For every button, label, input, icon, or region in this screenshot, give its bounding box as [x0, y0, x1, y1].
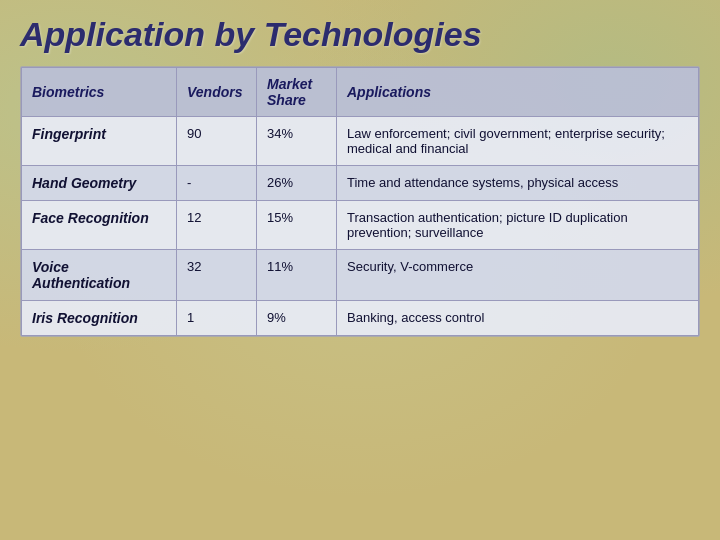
cell-biometrics: Voice Authentication — [22, 250, 177, 301]
col-header-applications: Applications — [337, 68, 699, 117]
table-body: Fingerprint9034%Law enforcement; civil g… — [22, 117, 699, 336]
cell-market-share: 15% — [257, 201, 337, 250]
cell-market-share: 26% — [257, 166, 337, 201]
cell-vendors: 12 — [177, 201, 257, 250]
cell-applications: Time and attendance systems, physical ac… — [337, 166, 699, 201]
cell-market-share: 9% — [257, 301, 337, 336]
cell-applications: Security, V-commerce — [337, 250, 699, 301]
main-table-wrapper: Biometrics Vendors Market Share Applicat… — [20, 66, 700, 337]
cell-vendors: 90 — [177, 117, 257, 166]
table-row: Hand Geometry-26%Time and attendance sys… — [22, 166, 699, 201]
table-row: Voice Authentication3211%Security, V-com… — [22, 250, 699, 301]
cell-biometrics: Face Recognition — [22, 201, 177, 250]
col-header-vendors: Vendors — [177, 68, 257, 117]
cell-applications: Law enforcement; civil government; enter… — [337, 117, 699, 166]
cell-biometrics: Fingerprint — [22, 117, 177, 166]
cell-vendors: - — [177, 166, 257, 201]
cell-market-share: 11% — [257, 250, 337, 301]
table-header-row: Biometrics Vendors Market Share Applicat… — [22, 68, 699, 117]
table-row: Fingerprint9034%Law enforcement; civil g… — [22, 117, 699, 166]
col-header-biometrics: Biometrics — [22, 68, 177, 117]
cell-applications: Banking, access control — [337, 301, 699, 336]
cell-applications: Transaction authentication; picture ID d… — [337, 201, 699, 250]
cell-biometrics: Iris Recognition — [22, 301, 177, 336]
biometrics-table: Biometrics Vendors Market Share Applicat… — [21, 67, 699, 336]
table-row: Iris Recognition19%Banking, access contr… — [22, 301, 699, 336]
cell-market-share: 34% — [257, 117, 337, 166]
page-title: Application by Technologies — [20, 15, 700, 54]
cell-vendors: 1 — [177, 301, 257, 336]
col-header-market-share: Market Share — [257, 68, 337, 117]
cell-vendors: 32 — [177, 250, 257, 301]
cell-biometrics: Hand Geometry — [22, 166, 177, 201]
table-row: Face Recognition1215%Transaction authent… — [22, 201, 699, 250]
